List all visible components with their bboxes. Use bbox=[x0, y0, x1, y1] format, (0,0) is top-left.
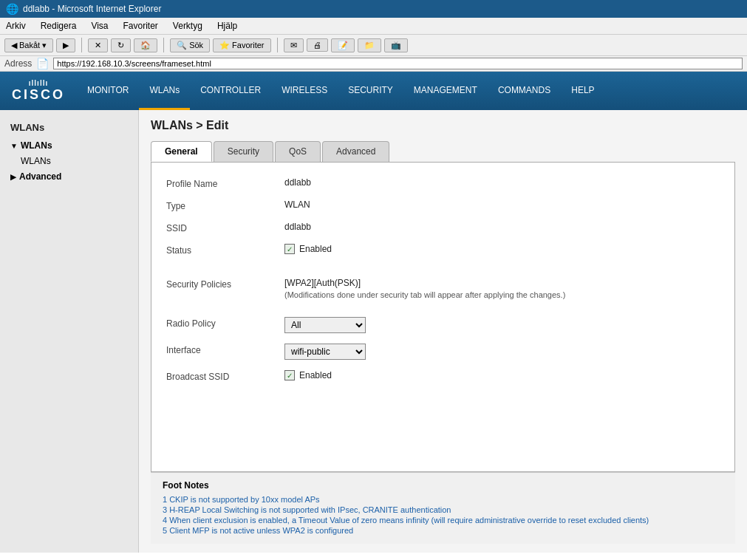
status-checkbox[interactable]: ✓ bbox=[284, 244, 295, 254]
tab-security[interactable]: Security bbox=[214, 141, 273, 162]
form-row-interface: Interface wifi-public management virtual bbox=[166, 344, 720, 360]
nav-security[interactable]: SECURITY bbox=[338, 72, 403, 110]
status-label: Status bbox=[166, 244, 284, 256]
nav-monitor[interactable]: MONITOR bbox=[77, 72, 139, 110]
form-row-radio-policy: Radio Policy All 802.11a only 802.11b/g … bbox=[166, 317, 720, 333]
form-row-broadcast-ssid: Broadcast SSID ✓ Enabled bbox=[166, 370, 720, 382]
menu-visa[interactable]: Visa bbox=[88, 19, 111, 33]
nav-wireless[interactable]: WIRELESS bbox=[271, 72, 338, 110]
footnote-4: 4 When client exclusion is enabled, a Ti… bbox=[163, 516, 723, 525]
sidebar: WLANs ▼ WLANs WLANs ▶ Advanced bbox=[0, 110, 139, 553]
browser-icon: 🌐 bbox=[6, 3, 18, 15]
tab-advanced[interactable]: Advanced bbox=[322, 141, 389, 162]
menu-favoriter[interactable]: Favoriter bbox=[120, 19, 161, 33]
home-icon: 🏠 bbox=[140, 41, 151, 50]
interface-label: Interface bbox=[166, 344, 284, 355]
form-row-profile-name: Profile Name ddlabb bbox=[166, 177, 720, 189]
profile-name-label: Profile Name bbox=[166, 177, 284, 189]
form-row-ssid: SSID ddlabb bbox=[166, 222, 720, 233]
folder-button[interactable]: 📁 bbox=[358, 38, 381, 52]
form-row-security-policies: Security Policies [WPA2][Auth(PSK)] (Mod… bbox=[166, 278, 720, 299]
stop-icon: ✕ bbox=[95, 41, 101, 50]
tab-content-general: Profile Name ddlabb Type WLAN SSID ddlab… bbox=[151, 162, 735, 472]
sidebar-section-wlans: WLANs bbox=[0, 117, 138, 137]
radio-policy-select[interactable]: All 802.11a only 802.11b/g only 802.11a/… bbox=[284, 317, 366, 333]
forward-button[interactable]: ▶ bbox=[56, 38, 75, 52]
toolbar-separator-2 bbox=[163, 38, 164, 52]
radio-policy-label: Radio Policy bbox=[166, 317, 284, 329]
address-label: Adress bbox=[4, 58, 32, 69]
toolbar-separator-1 bbox=[81, 38, 82, 52]
stop-button[interactable]: ✕ bbox=[88, 38, 108, 52]
menu-redigera[interactable]: Redigera bbox=[38, 19, 80, 33]
nav-commands[interactable]: COMMANDS bbox=[488, 72, 561, 110]
security-policies-value: [WPA2][Auth(PSK)] bbox=[284, 278, 565, 288]
media-button[interactable]: 📺 bbox=[384, 38, 408, 52]
type-value: WLAN bbox=[284, 199, 310, 210]
toolbar: ◀ Bakåt ▾ ▶ ✕ ↻ 🏠 🔍 Sök ⭐ Favoriter ✉ 🖨 … bbox=[0, 35, 747, 56]
back-button[interactable]: ◀ Bakåt ▾ bbox=[4, 38, 53, 52]
tabs: General Security QoS Advanced bbox=[151, 141, 735, 162]
favorites-button[interactable]: ⭐ Favoriter bbox=[213, 38, 270, 52]
form-row-type: Type WLAN bbox=[166, 199, 720, 211]
footnote-3: 3 H-REAP Local Switching is not supporte… bbox=[163, 505, 723, 514]
footnotes-header: Foot Notes bbox=[163, 480, 723, 491]
edit-button[interactable]: 📝 bbox=[331, 38, 355, 52]
footnote-5: 5 Client MFP is not active unless WPA2 i… bbox=[163, 526, 723, 535]
broadcast-ssid-checkbox-area: ✓ Enabled bbox=[284, 370, 332, 380]
nav-management[interactable]: MANAGEMENT bbox=[403, 72, 488, 110]
security-policies-container: [WPA2][Auth(PSK)] (Modifications done un… bbox=[284, 278, 565, 299]
menu-hjalp[interactable]: Hjälp bbox=[214, 19, 240, 33]
media-icon: 📺 bbox=[391, 41, 401, 50]
footnotes-section: Foot Notes 1 CKIP is not supported by 10… bbox=[151, 472, 735, 544]
star-icon: ⭐ bbox=[219, 41, 230, 50]
back-arrow-icon: ◀ bbox=[11, 41, 17, 50]
address-bar: Adress 📄 bbox=[0, 56, 747, 72]
title-bar: 🌐 ddlabb - Microsoft Internet Explorer bbox=[0, 0, 747, 18]
security-policies-label: Security Policies bbox=[166, 278, 284, 290]
search-button[interactable]: 🔍 Sök bbox=[170, 38, 210, 52]
ssid-label: SSID bbox=[166, 222, 284, 233]
edit-icon: 📝 bbox=[338, 41, 348, 50]
menu-arkiv[interactable]: Arkiv bbox=[3, 19, 29, 33]
nav-help[interactable]: HELP bbox=[561, 72, 604, 110]
footnote-1: 1 CKIP is not supported by 10xx model AP… bbox=[163, 495, 723, 504]
sidebar-item-advanced[interactable]: ▶ Advanced bbox=[0, 168, 138, 185]
window-title: ddlabb - Microsoft Internet Explorer bbox=[23, 4, 161, 14]
toolbar-separator-3 bbox=[277, 38, 278, 52]
tab-general[interactable]: General bbox=[151, 141, 212, 162]
print-icon: 🖨 bbox=[313, 41, 321, 49]
tab-qos[interactable]: QoS bbox=[275, 141, 321, 162]
profile-name-value: ddlabb bbox=[284, 177, 311, 188]
interface-select[interactable]: wifi-public management virtual bbox=[284, 344, 366, 360]
search-icon: 🔍 bbox=[177, 41, 187, 50]
chevron-right-icon: ▶ bbox=[10, 173, 16, 181]
sidebar-item-wlans-parent[interactable]: ▼ WLANs bbox=[0, 137, 138, 154]
mail-button[interactable]: ✉ bbox=[284, 38, 304, 52]
home-button[interactable]: 🏠 bbox=[134, 38, 157, 52]
security-policies-note: (Modifications done under security tab w… bbox=[284, 290, 565, 299]
mail-icon: ✉ bbox=[290, 41, 297, 50]
nav-controller[interactable]: CONTROLLER bbox=[190, 72, 271, 110]
refresh-button[interactable]: ↻ bbox=[111, 38, 131, 52]
page-icon: 📄 bbox=[36, 58, 49, 69]
page-title: WLANs > Edit bbox=[151, 119, 735, 132]
ssid-value: ddlabb bbox=[284, 222, 311, 232]
broadcast-ssid-checkbox[interactable]: ✓ bbox=[284, 370, 295, 380]
nav-wlans[interactable]: WLANs bbox=[139, 72, 190, 110]
back-dropdown-icon: ▾ bbox=[42, 41, 47, 50]
type-label: Type bbox=[166, 199, 284, 211]
broadcast-ssid-text: Enabled bbox=[299, 370, 332, 380]
main-layout: WLANs ▼ WLANs WLANs ▶ Advanced WLANs > E… bbox=[0, 110, 747, 553]
print-button[interactable]: 🖨 bbox=[307, 38, 328, 52]
chevron-down-icon: ▼ bbox=[10, 142, 18, 150]
cisco-waves: ıllıllı bbox=[29, 79, 48, 87]
sidebar-child-wlans[interactable]: WLANs bbox=[0, 154, 138, 168]
address-input[interactable] bbox=[53, 58, 743, 69]
nav-bar: ıllıllı CISCO MONITOR WLANs CONTROLLER W… bbox=[0, 72, 747, 110]
broadcast-ssid-label: Broadcast SSID bbox=[166, 370, 284, 382]
cisco-text: CISCO bbox=[12, 87, 65, 103]
refresh-icon: ↻ bbox=[117, 41, 124, 50]
menu-verktyg[interactable]: Verktyg bbox=[170, 19, 205, 33]
forward-arrow-icon: ▶ bbox=[63, 41, 69, 50]
